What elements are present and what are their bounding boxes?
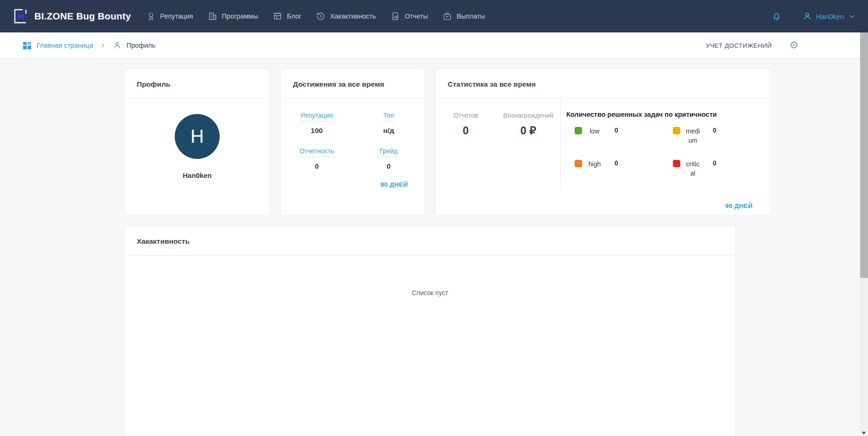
rewards-counter-label: Вознаграждений <box>503 112 553 119</box>
chevron-right-icon <box>100 42 106 49</box>
breadcrumb-home-label: Главная страница <box>37 42 93 49</box>
low-value: 0 <box>615 126 618 134</box>
achievements-card: Достижения за все время Репутация 100 То… <box>280 69 425 216</box>
high-value: 0 <box>615 159 618 167</box>
severity-section-title: Количество решенных задач по критичности <box>566 111 771 118</box>
legend-item-critical: critical 0 <box>673 159 771 178</box>
reports-counter: Отчетов 0 <box>453 112 478 189</box>
reporting-value: 0 <box>281 162 353 171</box>
critical-swatch <box>673 160 680 167</box>
medium-label: medium <box>685 126 701 145</box>
profile-card: Профиль H Han0ken <box>124 69 270 216</box>
scrollbar-down-arrow-icon[interactable] <box>862 432 866 435</box>
grade-label[interactable]: Грейд <box>380 147 397 157</box>
navbar-right: Han0ken <box>771 11 856 22</box>
profile-username: Han0ken <box>125 171 270 179</box>
reports-counter-value: 0 <box>453 125 478 137</box>
gear-icon[interactable]: ⚙ <box>789 40 798 51</box>
severity-legend: low 0 medium 0 high 0 <box>575 126 771 178</box>
low-swatch <box>575 127 582 134</box>
user-icon <box>802 11 812 21</box>
achievements-accounting-label: УЧЕТ ДОСТИЖЕНИЙ <box>706 42 772 49</box>
rewards-counter: Вознаграждений 0 ₽ <box>503 112 553 189</box>
statistics-90-days-link[interactable]: 90 ДНЕЙ <box>725 202 753 209</box>
nav-item-hacktivity[interactable]: Хакактивность <box>315 9 377 24</box>
critical-value: 0 <box>713 159 716 167</box>
rewards-counter-value: 0 ₽ <box>503 125 553 137</box>
hacktivity-card-title: Хакактивность <box>125 226 735 256</box>
nav-item-reputation[interactable]: Репутация <box>146 9 194 24</box>
achievement-top: Топ н/д <box>353 111 424 135</box>
nav-item-blog[interactable]: Блог <box>272 9 302 24</box>
profile-person-icon <box>113 41 122 50</box>
achievements-grid: Репутация 100 Топ н/д Отчетность 0 Грейд… <box>281 111 424 171</box>
reputation-label[interactable]: Репутация <box>301 112 333 121</box>
achievement-reporting: Отчетность 0 <box>281 147 353 171</box>
high-label: high <box>587 159 602 169</box>
history-icon <box>316 12 325 21</box>
building-icon <box>208 12 217 21</box>
nav-item-programs[interactable]: Программы <box>207 9 259 24</box>
reports-counter-label: Отчетов <box>453 112 478 119</box>
grade-value: 0 <box>353 162 424 171</box>
medal-icon <box>146 12 156 21</box>
achievement-grade: Грейд 0 <box>353 147 424 171</box>
legend-item-low: low 0 <box>575 126 673 145</box>
chevron-down-icon <box>849 13 856 20</box>
nav-item-reports[interactable]: Отчеты <box>390 9 429 24</box>
breadcrumb-right: УЧЕТ ДОСТИЖЕНИЙ ⚙ <box>706 40 798 51</box>
legend-item-high: high 0 <box>575 159 673 178</box>
top-label[interactable]: Топ <box>383 112 394 121</box>
empty-list-label: Список пуст <box>125 256 735 297</box>
main-navigation: Репутация Программы Блог <box>146 9 486 24</box>
critical-label: critical <box>685 159 701 178</box>
dashboard-grid-icon <box>22 41 32 51</box>
hacktivity-card: Хакактивность Список пуст <box>124 226 736 436</box>
notifications-bell-icon[interactable] <box>771 11 782 22</box>
achievements-90-days-link[interactable]: 90 ДНЕЙ <box>380 181 408 188</box>
achievement-reputation: Репутация 100 <box>281 111 353 135</box>
top-value: н/д <box>353 126 424 135</box>
achievements-card-title: Достижения за все время <box>281 69 424 99</box>
user-menu[interactable]: Han0ken <box>802 11 856 21</box>
briefcase-icon <box>443 12 452 21</box>
medium-value: 0 <box>713 126 716 134</box>
statistics-body: Отчетов 0 Вознаграждений 0 ₽ Количество … <box>436 99 771 189</box>
medium-swatch <box>673 127 680 134</box>
severity-section: Количество решенных задач по критичности… <box>561 99 771 189</box>
statistics-counters: Отчетов 0 Вознаграждений 0 ₽ <box>436 99 561 189</box>
statistics-card-title: Статистика за все время <box>436 69 771 99</box>
username-label: Han0ken <box>816 13 844 20</box>
main-content: Профиль H Han0ken Достижения за все врем… <box>124 69 736 436</box>
profile-card-title: Профиль <box>125 69 270 99</box>
breadcrumb-home-link[interactable]: Главная страница <box>22 41 93 51</box>
breadcrumb-bar: Главная страница Профиль УЧЕТ ДОСТИЖЕНИЙ… <box>0 32 868 59</box>
low-label: low <box>587 126 602 136</box>
bizone-bug-logo-icon <box>12 8 29 25</box>
brand-logo[interactable]: BI.ZONE Bug Bounty <box>12 8 131 25</box>
brand-title: BI.ZONE Bug Bounty <box>34 11 131 22</box>
newspaper-icon <box>273 12 282 21</box>
reputation-value: 100 <box>281 126 353 135</box>
report-icon <box>391 12 400 21</box>
scrollbar-thumb[interactable] <box>860 32 868 278</box>
nav-item-payouts[interactable]: Выплаты <box>442 9 486 24</box>
breadcrumb-current-label: Профиль <box>127 42 156 49</box>
top-cards-row: Профиль H Han0ken Достижения за все врем… <box>124 69 736 216</box>
breadcrumb-current: Профиль <box>113 41 156 50</box>
statistics-card: Статистика за все время Отчетов 0 Вознаг… <box>435 69 772 216</box>
reporting-label[interactable]: Отчетность <box>299 147 334 157</box>
avatar: H <box>175 114 220 159</box>
vertical-scrollbar[interactable] <box>860 32 868 436</box>
profile-card-body: H Han0ken <box>125 114 270 179</box>
legend-item-medium: medium 0 <box>673 126 771 145</box>
high-swatch <box>575 160 582 167</box>
top-navbar: BI.ZONE Bug Bounty Репутация Программы <box>0 0 868 32</box>
